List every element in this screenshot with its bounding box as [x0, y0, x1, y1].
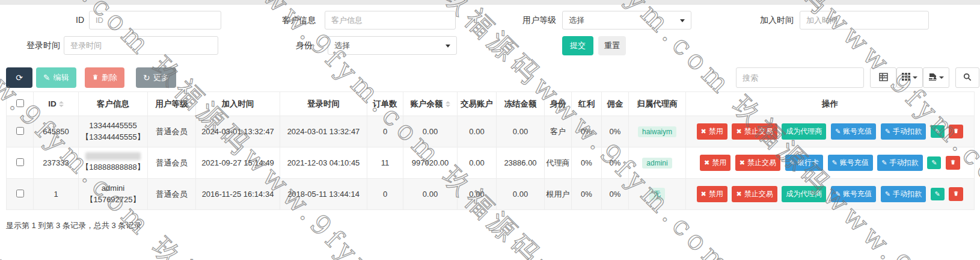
pencil-icon: ✎ [935, 128, 940, 135]
become-agent-button[interactable]: 成为代理商 [782, 186, 826, 202]
header-actions: 操作 [686, 92, 975, 116]
header-trade-account: 交易账户 [458, 92, 497, 116]
select-all-checkbox[interactable] [16, 99, 24, 107]
cell-identity: 根用户 [545, 179, 572, 210]
disable-button[interactable]: ✖禁用 [697, 186, 727, 202]
cell-bonus: 0% [572, 147, 602, 179]
ban-trade-button[interactable]: ✖禁止交易 [735, 155, 780, 171]
select-all-cell [7, 92, 34, 116]
x-icon: ✖ [701, 191, 706, 197]
row-edit-button[interactable]: ✎ [927, 156, 941, 169]
pencil-icon: ✎ [881, 159, 887, 166]
become-agent-button[interactable]: 成为代理商 [782, 123, 826, 140]
cell-join-time: 2024-03-01 13:32:47 [196, 116, 280, 147]
x-icon: ✖ [740, 159, 745, 166]
cell-commission: 0% [602, 179, 629, 210]
header-commission: 佣金 [602, 92, 629, 116]
columns-button[interactable] [896, 67, 923, 88]
row-delete-button[interactable] [946, 156, 960, 170]
trash-icon [953, 128, 959, 135]
trash-icon [950, 159, 956, 167]
ban-trade-button[interactable]: ✖禁止交易 [732, 186, 777, 202]
id-filter-input[interactable] [89, 11, 221, 29]
user-level-select-value: 选择 [569, 15, 584, 26]
delete-button[interactable]: 删除 [85, 67, 124, 88]
header-balance[interactable]: 账户余额 [403, 92, 458, 116]
row-checkbox[interactable] [16, 190, 24, 197]
agent-badge: admini [642, 158, 672, 169]
cell-actions: ✖禁用 ✖禁止交易 成为代理商 ✎账号充值 ✎手动扣款 ✎ [686, 179, 975, 210]
account-recharge-button[interactable]: ✎账号充值 [828, 155, 873, 171]
table-row: 645850 13344445555 【13344445555】 普通会员 20… [7, 116, 975, 147]
user-level-select[interactable]: 选择 [562, 11, 691, 29]
delete-button-label: 删除 [102, 72, 117, 83]
cell-balance: 997020.00 [403, 147, 458, 179]
agent-badge: haiwaiym [638, 126, 676, 137]
cell-user-level: 普通会员 [148, 147, 196, 179]
submit-button[interactable]: 提交 [562, 36, 593, 55]
columns-grid-icon [902, 73, 910, 82]
disable-button[interactable]: ✖禁用 [697, 123, 727, 140]
login-time-filter-label: 登录时间 [24, 36, 60, 54]
bank-card-button[interactable]: ✎银行卡 [785, 155, 823, 171]
edit-button[interactable]: ✎ 编辑 [36, 67, 76, 88]
header-bonus: 红利 [572, 92, 602, 116]
header-customer-info: 客户信息 [79, 92, 148, 116]
login-time-filter-input[interactable] [64, 36, 218, 55]
cell-id: 1 [34, 179, 79, 210]
cell-join-time: 2016-11-25 16:14:34 [196, 179, 280, 210]
pencil-icon: ✎ [885, 191, 890, 197]
header-id[interactable]: ID [34, 92, 79, 116]
cell-bonus: 0% [572, 116, 602, 147]
row-delete-button[interactable] [949, 187, 963, 201]
header-order-count: 订单数 [367, 92, 403, 116]
sort-icon [446, 101, 450, 107]
edit-button-label: 编辑 [54, 72, 69, 83]
cell-order-count: 11 [367, 147, 403, 179]
header-join-time: 加入时间 [196, 92, 280, 116]
ban-trade-button[interactable]: ✖禁止交易 [732, 123, 777, 140]
search-input[interactable] [736, 67, 864, 88]
reset-button[interactable]: 重置 [598, 36, 626, 55]
manual-deduct-button[interactable]: ✎手动扣款 [881, 186, 926, 202]
cell-balance: 0.00 [403, 116, 458, 147]
top-strip [0, 0, 980, 5]
row-delete-button[interactable] [949, 125, 963, 138]
x-icon: ✖ [736, 128, 741, 135]
disable-button[interactable]: ✖禁用 [700, 155, 730, 171]
user-level-filter-label: 用户等级 [511, 11, 556, 29]
export-button[interactable] [923, 67, 949, 88]
cell-agent: 无 [629, 179, 686, 210]
redacted-name [85, 152, 141, 160]
chevron-down-icon [446, 45, 450, 48]
advanced-search-button[interactable] [955, 67, 979, 88]
join-time-filter-input[interactable] [800, 11, 929, 29]
cell-user-level: 普通会员 [148, 179, 196, 210]
customer-info-filter-input[interactable] [325, 11, 456, 29]
cell-order-count: 0 [367, 116, 403, 147]
pencil-icon: ✎ [832, 159, 838, 166]
manual-deduct-button[interactable]: ✎手动扣款 [881, 123, 926, 140]
account-recharge-button[interactable]: ✎账号充值 [831, 123, 876, 140]
more-button[interactable]: ↻ 更多 [136, 67, 176, 88]
row-checkbox[interactable] [16, 158, 24, 166]
row-edit-button[interactable]: ✎ [931, 188, 945, 200]
chevron-down-icon [680, 19, 685, 22]
cell-frozen-amount: 0.00 [497, 116, 545, 147]
row-edit-button[interactable]: ✎ [931, 125, 945, 138]
cell-customer-info: 13344445555 【13344445555】 [79, 116, 148, 147]
chevron-down-icon [939, 76, 944, 79]
row-checkbox[interactable] [16, 127, 24, 135]
cell-agent: admini [629, 147, 686, 179]
identity-select[interactable]: 选择 [328, 36, 457, 55]
manual-deduct-button[interactable]: ✎手动扣款 [877, 155, 922, 171]
cell-id: 645850 [34, 116, 79, 147]
refresh-icon: ⟳ [16, 73, 23, 82]
toggle-view-button[interactable] [870, 67, 896, 88]
account-recharge-button[interactable]: ✎账号充值 [831, 186, 876, 202]
x-icon: ✖ [701, 128, 706, 135]
refresh-button[interactable]: ⟳ [6, 67, 32, 88]
header-login-time: 登录时间 [280, 92, 367, 116]
header-frozen-amount: 冻结金额 [497, 92, 545, 116]
cell-commission: 0% [602, 116, 629, 147]
